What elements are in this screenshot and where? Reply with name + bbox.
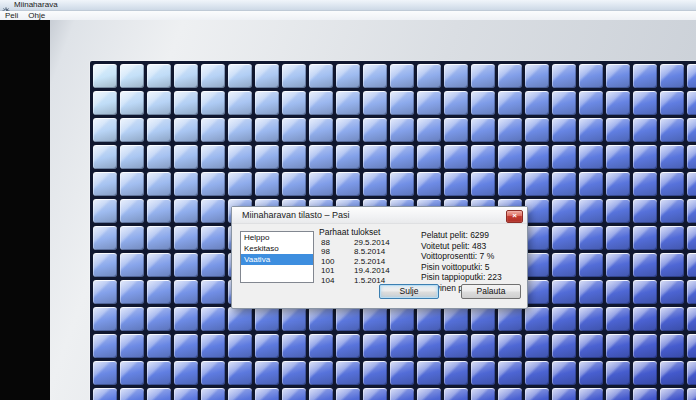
mine-tile[interactable] bbox=[687, 226, 696, 250]
mine-tile[interactable] bbox=[660, 334, 684, 358]
menu-peli[interactable]: Peli bbox=[0, 11, 23, 20]
mine-tile[interactable] bbox=[147, 307, 171, 331]
mine-tile[interactable] bbox=[579, 118, 603, 142]
mine-tile[interactable] bbox=[120, 361, 144, 385]
mine-tile[interactable] bbox=[552, 307, 576, 331]
mine-tile[interactable] bbox=[282, 118, 306, 142]
mine-tile[interactable] bbox=[120, 307, 144, 331]
mine-tile[interactable] bbox=[336, 172, 360, 196]
mine-tile[interactable] bbox=[444, 118, 468, 142]
mine-tile[interactable] bbox=[444, 91, 468, 115]
mine-tile[interactable] bbox=[417, 64, 441, 88]
mine-tile[interactable] bbox=[660, 199, 684, 223]
mine-tile[interactable] bbox=[606, 64, 630, 88]
level-item-keskitaso[interactable]: Keskitaso bbox=[241, 243, 313, 254]
mine-tile[interactable] bbox=[93, 199, 117, 223]
mine-tile[interactable] bbox=[174, 388, 198, 400]
mine-tile[interactable] bbox=[174, 118, 198, 142]
mine-tile[interactable] bbox=[120, 388, 144, 400]
mine-tile[interactable] bbox=[660, 145, 684, 169]
mine-tile[interactable] bbox=[687, 172, 696, 196]
mine-tile[interactable] bbox=[309, 334, 333, 358]
mine-tile[interactable] bbox=[255, 118, 279, 142]
close-button[interactable]: Sulje bbox=[379, 284, 439, 299]
mine-tile[interactable] bbox=[606, 172, 630, 196]
mine-tile[interactable] bbox=[579, 334, 603, 358]
mine-tile[interactable] bbox=[309, 91, 333, 115]
mine-tile[interactable] bbox=[498, 118, 522, 142]
mine-tile[interactable] bbox=[579, 361, 603, 385]
mine-tile[interactable] bbox=[633, 118, 657, 142]
mine-tile[interactable] bbox=[606, 145, 630, 169]
mine-tile[interactable] bbox=[93, 334, 117, 358]
mine-tile[interactable] bbox=[417, 91, 441, 115]
mine-tile[interactable] bbox=[390, 64, 414, 88]
mine-tile[interactable] bbox=[525, 361, 549, 385]
mine-tile[interactable] bbox=[444, 64, 468, 88]
mine-tile[interactable] bbox=[309, 145, 333, 169]
mine-tile[interactable] bbox=[417, 361, 441, 385]
mine-tile[interactable] bbox=[498, 361, 522, 385]
mine-tile[interactable] bbox=[660, 307, 684, 331]
mine-tile[interactable] bbox=[579, 91, 603, 115]
mine-tile[interactable] bbox=[309, 388, 333, 400]
mine-tile[interactable] bbox=[660, 172, 684, 196]
mine-tile[interactable] bbox=[174, 280, 198, 304]
mine-tile[interactable] bbox=[498, 307, 522, 331]
mine-tile[interactable] bbox=[228, 118, 252, 142]
mine-tile[interactable] bbox=[606, 334, 630, 358]
mine-tile[interactable] bbox=[444, 334, 468, 358]
mine-tile[interactable] bbox=[282, 91, 306, 115]
mine-tile[interactable] bbox=[147, 334, 171, 358]
mine-tile[interactable] bbox=[336, 334, 360, 358]
mine-tile[interactable] bbox=[93, 361, 117, 385]
mine-tile[interactable] bbox=[471, 388, 495, 400]
mine-tile[interactable] bbox=[255, 334, 279, 358]
mine-tile[interactable] bbox=[525, 145, 549, 169]
mine-tile[interactable] bbox=[390, 172, 414, 196]
mine-tile[interactable] bbox=[363, 361, 387, 385]
mine-tile[interactable] bbox=[174, 199, 198, 223]
mine-tile[interactable] bbox=[363, 64, 387, 88]
mine-tile[interactable] bbox=[147, 199, 171, 223]
mine-tile[interactable] bbox=[606, 118, 630, 142]
mine-tile[interactable] bbox=[228, 361, 252, 385]
mine-tile[interactable] bbox=[687, 388, 696, 400]
mine-tile[interactable] bbox=[120, 91, 144, 115]
mine-tile[interactable] bbox=[579, 64, 603, 88]
mine-tile[interactable] bbox=[201, 253, 225, 277]
mine-tile[interactable] bbox=[579, 388, 603, 400]
mine-tile[interactable] bbox=[363, 145, 387, 169]
mine-tile[interactable] bbox=[471, 334, 495, 358]
mine-tile[interactable] bbox=[606, 280, 630, 304]
mine-tile[interactable] bbox=[660, 388, 684, 400]
dialog-titlebar[interactable]: Miinaharavan tilasto – Pasi × bbox=[232, 207, 527, 224]
mine-tile[interactable] bbox=[147, 91, 171, 115]
mine-tile[interactable] bbox=[444, 172, 468, 196]
mine-tile[interactable] bbox=[363, 334, 387, 358]
mine-tile[interactable] bbox=[390, 388, 414, 400]
mine-tile[interactable] bbox=[687, 253, 696, 277]
mine-tile[interactable] bbox=[93, 91, 117, 115]
mine-tile[interactable] bbox=[552, 388, 576, 400]
mine-tile[interactable] bbox=[579, 145, 603, 169]
mine-tile[interactable] bbox=[201, 172, 225, 196]
mine-tile[interactable] bbox=[282, 361, 306, 385]
mine-tile[interactable] bbox=[660, 118, 684, 142]
mine-tile[interactable] bbox=[228, 172, 252, 196]
mine-tile[interactable] bbox=[471, 64, 495, 88]
mine-tile[interactable] bbox=[255, 91, 279, 115]
mine-tile[interactable] bbox=[255, 145, 279, 169]
mine-tile[interactable] bbox=[606, 388, 630, 400]
mine-tile[interactable] bbox=[201, 91, 225, 115]
mine-tile[interactable] bbox=[417, 145, 441, 169]
mine-tile[interactable] bbox=[147, 172, 171, 196]
mine-tile[interactable] bbox=[255, 64, 279, 88]
mine-tile[interactable] bbox=[687, 334, 696, 358]
mine-tile[interactable] bbox=[228, 91, 252, 115]
mine-tile[interactable] bbox=[282, 307, 306, 331]
mine-tile[interactable] bbox=[606, 91, 630, 115]
mine-tile[interactable] bbox=[498, 388, 522, 400]
mine-tile[interactable] bbox=[120, 172, 144, 196]
mine-tile[interactable] bbox=[606, 199, 630, 223]
